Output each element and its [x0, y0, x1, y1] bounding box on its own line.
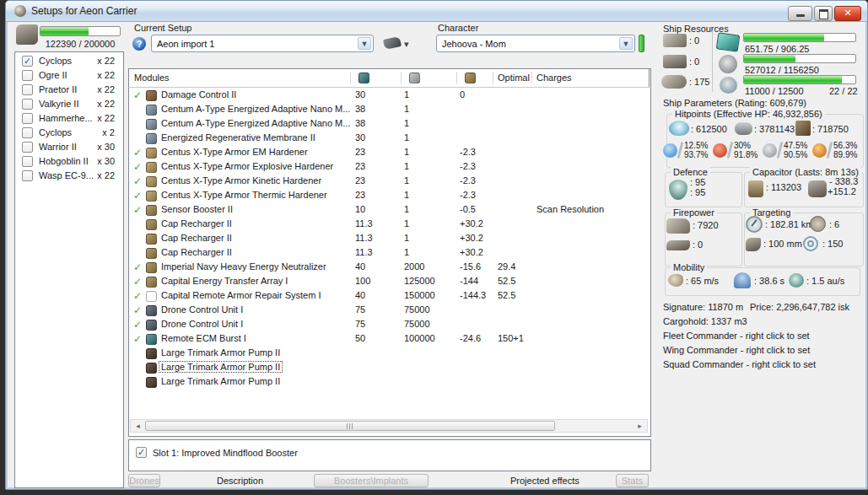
cpu-bar [743, 33, 856, 42]
module-row[interactable]: ✓Imperial Navy Heavy Energy Neutralizer4… [129, 261, 649, 275]
drone-checkbox[interactable] [22, 70, 33, 81]
drone-bay-icon [16, 24, 38, 45]
scroll-left-icon[interactable]: ◂ [132, 421, 144, 431]
module-row[interactable]: ✓Drone Control Unit I7575000 [129, 304, 649, 318]
close-button[interactable]: ✕ [834, 6, 861, 21]
module-row[interactable]: Cap Recharger II11.31+30.2 [129, 246, 649, 261]
maximize-button[interactable] [814, 6, 833, 21]
drone-list-item[interactable]: Cyclopsx 2 [15, 126, 123, 141]
module-row[interactable]: Centum A-Type Energized Adaptive Nano M.… [129, 103, 649, 117]
module-powergrid: 1 [404, 147, 409, 157]
module-row[interactable]: ✓Damage Control II3010 [129, 89, 649, 103]
drone-qty: x 30 [97, 142, 115, 152]
module-row[interactable]: ✓Centus X-Type Armor Explosive Hardener2… [129, 160, 649, 175]
module-row[interactable]: ✓Capital Energy Transfer Array I10012500… [129, 275, 649, 289]
module-row[interactable]: Large Trimark Armor Pump II [129, 375, 649, 390]
module-name: Centus X-Type Armor EM Hardener [161, 147, 308, 157]
boosters-implants-tab-button[interactable]: Boosters\Implants [314, 474, 429, 487]
defence-title: Defence [671, 167, 710, 177]
drone-checkbox[interactable] [22, 113, 33, 124]
module-powergrid: 1 [404, 218, 409, 229]
structure-hp-icon [795, 121, 811, 136]
module-row[interactable]: ✓Centus X-Type Armor Kinetic Hardener231… [129, 175, 649, 189]
squad-commander-link[interactable]: Squad Commander - right click to set [663, 359, 816, 369]
drone-bandwidth-bar [743, 75, 856, 84]
resist-divider [827, 142, 833, 159]
armor-hp-icon [735, 122, 752, 135]
projected-effects-tab[interactable]: Projected effects [510, 476, 580, 486]
module-powergrid: 75000 [404, 319, 430, 329]
mobility-title: Mobility [671, 262, 707, 272]
module-row[interactable]: ✓Centus X-Type Armor EM Hardener231-2.3 [129, 146, 649, 160]
em-resist-icon [663, 143, 677, 158]
module-icon [146, 291, 157, 302]
shield-hp-value: : 612500 [691, 124, 727, 134]
module-icon [146, 348, 157, 359]
firepower-title: Firepower [671, 207, 717, 218]
turret-dps-icon [666, 218, 690, 234]
modules-hscrollbar[interactable]: ◂ ▸ [130, 419, 648, 433]
module-cpu: 23 [355, 147, 365, 157]
module-row[interactable]: ✓Sensor Booster II101-0.5Scan Resolution [129, 203, 649, 218]
drone-checkbox[interactable] [22, 99, 33, 110]
module-cap-use: -15.6 [460, 261, 481, 272]
module-row[interactable]: Large Trimark Armor Pump II [129, 347, 649, 361]
module-row[interactable]: Large Trimark Armor Pump II [129, 361, 649, 375]
module-name: Centum A-Type Energized Adaptive Nano M.… [161, 118, 350, 128]
description-tab[interactable]: Description [217, 476, 263, 486]
module-row[interactable]: ✓Centus X-Type Armor Thermic Hardener231… [129, 189, 649, 203]
turret-hardpoints-value: : 0 [689, 35, 699, 46]
module-active-check-icon: ✓ [133, 276, 142, 288]
module-row[interactable]: ✓Remote ECM Burst I50100000-24.6150+1 [129, 332, 649, 347]
signature-value: Signature: 11870 m [663, 302, 743, 312]
drone-list-item[interactable]: Praetor IIx 22 [15, 83, 123, 98]
module-cpu: 30 [355, 89, 365, 100]
drone-list-item[interactable]: Valkyrie IIx 22 [15, 98, 123, 112]
drone-checkbox[interactable] [22, 142, 33, 153]
drone-list-item[interactable]: Warrior IIx 30 [15, 141, 123, 155]
drone-list[interactable]: ✓Cyclopsx 22Ogre IIx 22Praetor IIx 22Val… [14, 51, 124, 488]
drone-checkbox[interactable] [22, 84, 33, 95]
drone-list-item[interactable]: Hammerhe...x 22 [15, 112, 123, 126]
minimize-button[interactable] [788, 6, 812, 21]
module-row[interactable]: ✓Capital Remote Armor Repair System I401… [129, 289, 649, 304]
ship-menu-icon[interactable] [383, 36, 402, 50]
sensor-strength-icon [803, 236, 818, 251]
setup-select[interactable]: Aeon import 1 ▼ [151, 35, 374, 52]
stats-tab-button[interactable]: Stats [616, 474, 649, 487]
drone-name: Cyclops [39, 127, 72, 137]
module-row[interactable]: Cap Recharger II11.31+30.2 [129, 232, 649, 246]
module-active-check-icon: ✓ [133, 290, 142, 302]
drone-checkbox[interactable] [22, 127, 33, 138]
module-cap-use: -2.3 [460, 175, 476, 186]
drone-qty: x 30 [97, 156, 115, 166]
module-row[interactable]: Energized Regenerative Membrane II301 [129, 132, 649, 146]
fleet-commander-link[interactable]: Fleet Commander - right click to set [663, 331, 810, 341]
scrollbar-thumb[interactable] [145, 421, 555, 431]
module-row[interactable]: Centum A-Type Energized Adaptive Nano M.… [129, 117, 649, 132]
character-select[interactable]: Jehoova - Mom ▼ [436, 35, 635, 52]
module-icon [146, 377, 157, 388]
drone-checkbox[interactable] [22, 170, 33, 181]
drone-checkbox[interactable]: ✓ [22, 56, 33, 67]
drone-list-item[interactable]: Wasp EC-9...x 22 [15, 169, 123, 184]
help-icon[interactable]: ? [132, 37, 146, 51]
cpu-column-icon [359, 73, 369, 83]
module-powergrid: 1 [404, 204, 409, 214]
booster-checkbox[interactable]: ✓ [136, 447, 147, 458]
cargohold-value: Cargohold: 1337 m3 [663, 316, 747, 326]
scroll-right-icon[interactable]: ▸ [633, 421, 646, 431]
ship-menu-chevron-icon[interactable]: ▾ [404, 39, 409, 50]
drone-list-item[interactable]: Hobgoblin IIx 30 [15, 155, 123, 169]
drone-list-item[interactable]: Ogre IIx 22 [15, 69, 123, 83]
drone-checkbox[interactable] [22, 156, 33, 167]
drone-list-item[interactable]: ✓Cyclopsx 22 [15, 55, 123, 69]
ship-parameters-title: Ship Parameters (Rating: 609,679) [663, 98, 806, 108]
drone-bandwidth-bar-fill [744, 76, 842, 83]
wing-commander-link[interactable]: Wing Commander - right click to set [663, 345, 810, 355]
module-row[interactable]: Cap Recharger II11.31+30.2 [129, 218, 649, 232]
drones-tab-button[interactable]: Drones [128, 474, 160, 487]
titlebar[interactable]: Setups for Aeon Carrier ✕ [6, 1, 867, 22]
module-active-check-icon: ✓ [133, 319, 142, 331]
module-row[interactable]: ✓Drone Control Unit I7575000 [129, 318, 649, 332]
